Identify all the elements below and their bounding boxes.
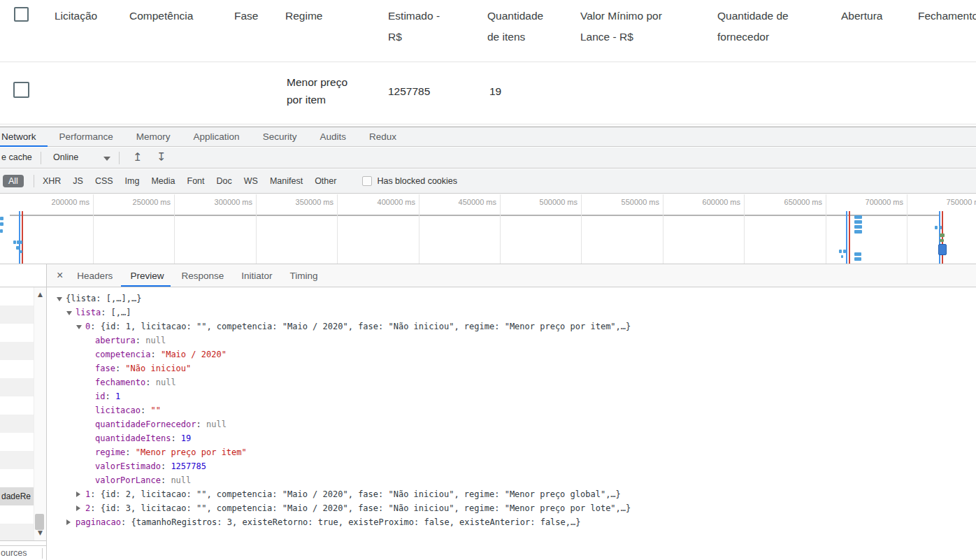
- filter-xhr[interactable]: XHR: [43, 176, 61, 186]
- request-row-selected[interactable]: dadeRe: [0, 487, 34, 505]
- tree-line: quantidadeItens: 19: [47, 431, 976, 445]
- tree-key: abertura: [95, 336, 136, 345]
- scroll-down-icon[interactable]: ▼: [34, 529, 46, 536]
- throttling-select[interactable]: Online: [53, 152, 78, 162]
- request-waterfall-mark: [20, 240, 22, 244]
- filter-manifest[interactable]: Manifest: [270, 176, 303, 186]
- tree-string-value: "Não iniciou": [125, 364, 191, 373]
- filter-all[interactable]: All: [3, 175, 24, 187]
- request-waterfall-mark: [854, 252, 861, 256]
- disable-cache-label[interactable]: e cache: [1, 152, 32, 162]
- row-checkbox[interactable]: [13, 82, 29, 98]
- filter-js[interactable]: JS: [73, 176, 83, 186]
- request-row: [0, 524, 34, 540]
- tree-line[interactable]: 2: {id: 3, licitacao: "", competencia: "…: [47, 501, 976, 515]
- devtools-tab-memory[interactable]: Memory: [136, 127, 171, 146]
- timeline-tick-label: 250000 ms: [94, 198, 171, 206]
- tree-key: 2: [85, 503, 90, 513]
- sidebar-scrollbar[interactable]: [34, 287, 46, 540]
- tree-text: :: [105, 392, 115, 401]
- detail-tab-timing[interactable]: Timing: [289, 264, 317, 287]
- request-row: [0, 360, 34, 378]
- request-waterfall-mark: [854, 230, 862, 234]
- tree-line: valorEstimado: 1257785: [47, 459, 976, 473]
- tree-line[interactable]: 1: {id: 2, licitacao: "", competencia: "…: [47, 487, 976, 501]
- request-row: [0, 306, 34, 324]
- request-waterfall-mark: [0, 229, 3, 233]
- filter-separator: [34, 175, 34, 187]
- request-waterfall-mark: [839, 250, 842, 253]
- timeline-tick-label: 550000 ms: [582, 198, 659, 206]
- detail-tab-initiator[interactable]: Initiator: [241, 264, 272, 287]
- detail-tab-preview[interactable]: Preview: [130, 264, 164, 287]
- scroll-up-icon[interactable]: ▲: [34, 291, 46, 298]
- triangle-expanded-icon[interactable]: [76, 322, 85, 331]
- filter-doc[interactable]: Doc: [217, 176, 232, 186]
- tree-key: fase: [95, 364, 115, 373]
- row-cell-quantidade-itens: 19: [489, 85, 501, 98]
- request-waterfall-mark: [16, 246, 20, 250]
- table-row-divider: [0, 124, 976, 124]
- timeline-gridline: [337, 194, 338, 264]
- timeline-gridline: [581, 194, 582, 264]
- tree-key: id: [95, 392, 105, 401]
- tree-text: :: [145, 378, 155, 387]
- filter-css[interactable]: CSS: [95, 176, 113, 186]
- column-header-quantidade-de-itens: Quantidade de itens: [487, 6, 557, 48]
- request-waterfall-mark: [841, 255, 843, 258]
- request-row: [0, 324, 34, 342]
- requests-list: dadeRe: [0, 287, 34, 540]
- triangle-collapsed-icon[interactable]: [76, 489, 85, 499]
- tree-line[interactable]: paginacao: {tamanhoRegistros: 3, existeR…: [47, 515, 976, 529]
- request-row: [0, 378, 34, 396]
- triangle-expanded-icon[interactable]: [57, 294, 66, 303]
- column-header-estimado-r: Estimado - R$: [388, 6, 452, 48]
- detail-tab-headers[interactable]: Headers: [77, 264, 113, 287]
- app-window: LicitaçãoCompetênciaFaseRegimeEstimado -…: [0, 0, 976, 560]
- tree-null-value: null: [145, 336, 166, 345]
- row-cell-valor-estimado: 1257785: [388, 85, 430, 98]
- request-waterfall-mark: [940, 239, 944, 242]
- dcl-event-line: [846, 211, 847, 264]
- filter-media[interactable]: Media: [151, 176, 175, 186]
- filter-font[interactable]: Font: [187, 176, 205, 186]
- close-icon[interactable]: ×: [57, 270, 63, 281]
- request-row: [0, 415, 34, 433]
- devtools-tab-performance[interactable]: Performance: [59, 127, 113, 146]
- filter-ws[interactable]: WS: [244, 176, 258, 186]
- filter-img[interactable]: Img: [125, 176, 140, 186]
- devtools-tab-audits[interactable]: Audits: [320, 127, 346, 146]
- devtools-tab-application[interactable]: Application: [194, 127, 240, 146]
- timeline-gridline: [174, 194, 175, 264]
- request-waterfall-mark: [0, 222, 3, 226]
- filter-other[interactable]: Other: [315, 176, 336, 186]
- export-har-icon[interactable]: ↧: [157, 150, 166, 164]
- network-overview-timeline[interactable]: 200000 ms250000 ms300000 ms350000 ms4000…: [0, 194, 976, 264]
- timeline-tick-label: 200000 ms: [13, 198, 89, 206]
- import-har-icon[interactable]: ↥: [133, 150, 142, 164]
- detail-tab-response[interactable]: Response: [181, 264, 224, 287]
- scrollbar-thumb[interactable]: [35, 514, 44, 530]
- devtools-tab-network[interactable]: Network: [1, 127, 36, 146]
- tree-line[interactable]: 0: {id: 1, licitacao: "", competencia: "…: [47, 320, 976, 333]
- column-header-compet-ncia: Competência: [129, 6, 193, 27]
- tree-key: paginacao: [76, 517, 121, 527]
- tree-line: competencia: "Maio / 2020": [47, 347, 976, 361]
- tree-number-value: 19: [181, 433, 191, 443]
- triangle-expanded-icon[interactable]: [66, 308, 76, 317]
- tree-text: :: [141, 405, 150, 415]
- request-waterfall-mark: [939, 226, 942, 229]
- timeline-tick-label: 600000 ms: [663, 198, 740, 206]
- devtools-tab-redux[interactable]: Redux: [369, 127, 396, 146]
- triangle-collapsed-icon[interactable]: [66, 517, 76, 527]
- tree-text: :: [161, 461, 171, 471]
- chevron-down-icon[interactable]: [103, 157, 110, 161]
- triangle-collapsed-icon[interactable]: [76, 503, 85, 513]
- column-header-valor-m-nimo-por-lance-r: Valor Mínimo por Lance - R$: [580, 6, 674, 48]
- table-header-divider: [0, 62, 976, 62]
- devtools-tab-security[interactable]: Security: [263, 127, 297, 146]
- has-blocked-cookies-checkbox[interactable]: [362, 176, 372, 186]
- tree-line[interactable]: lista: [,…]: [47, 306, 976, 320]
- tree-line[interactable]: {lista: [,…],…}: [47, 292, 976, 306]
- select-all-checkbox[interactable]: [14, 7, 29, 22]
